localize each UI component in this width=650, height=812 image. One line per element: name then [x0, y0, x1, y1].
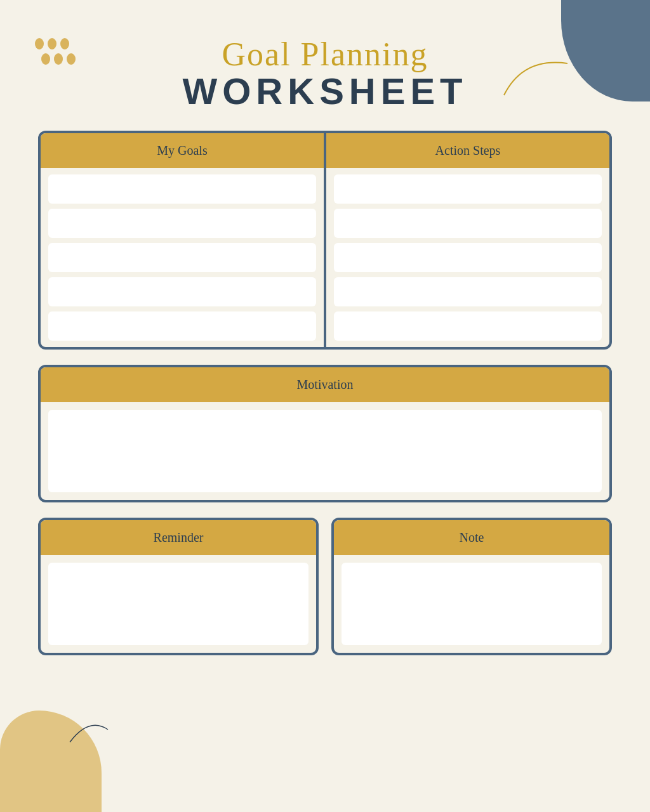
- title-script: Goal Planning: [0, 38, 650, 71]
- note-section: Note: [331, 518, 612, 655]
- motivation-header: Motivation: [41, 367, 609, 402]
- goal-row-4[interactable]: [48, 277, 316, 306]
- reminder-section: Reminder: [38, 518, 319, 655]
- reminder-input[interactable]: [48, 563, 308, 645]
- page-header: Goal Planning WORKSHEET: [0, 0, 650, 131]
- goals-table-section: My Goals Action Steps: [38, 131, 612, 350]
- reminder-body: [41, 555, 316, 653]
- main-content: My Goals Action Steps Motivation: [0, 131, 650, 655]
- action-step-row-5[interactable]: [334, 311, 602, 341]
- note-header: Note: [334, 520, 609, 555]
- note-input[interactable]: [342, 563, 602, 645]
- motivation-body: [41, 402, 609, 500]
- table-header-row: My Goals Action Steps: [41, 133, 609, 168]
- table-body: [41, 168, 609, 347]
- action-step-row-2[interactable]: [334, 209, 602, 238]
- goal-row-3[interactable]: [48, 243, 316, 272]
- goal-row-5[interactable]: [48, 311, 316, 341]
- goal-row-1[interactable]: [48, 174, 316, 204]
- action-steps-header: Action Steps: [326, 133, 609, 168]
- goals-column: [41, 168, 326, 347]
- goal-row-2[interactable]: [48, 209, 316, 238]
- title-block: WORKSHEET: [0, 71, 650, 112]
- action-step-row-1[interactable]: [334, 174, 602, 204]
- action-step-row-3[interactable]: [334, 243, 602, 272]
- my-goals-header: My Goals: [41, 133, 326, 168]
- reminder-header: Reminder: [41, 520, 316, 555]
- action-step-row-4[interactable]: [334, 277, 602, 306]
- motivation-section: Motivation: [38, 365, 612, 502]
- motivation-input[interactable]: [48, 410, 602, 492]
- bottom-sections: Reminder Note: [38, 518, 612, 655]
- note-body: [334, 555, 609, 653]
- action-steps-column: [326, 168, 609, 347]
- curve-bottom-left-decoration: [63, 710, 114, 749]
